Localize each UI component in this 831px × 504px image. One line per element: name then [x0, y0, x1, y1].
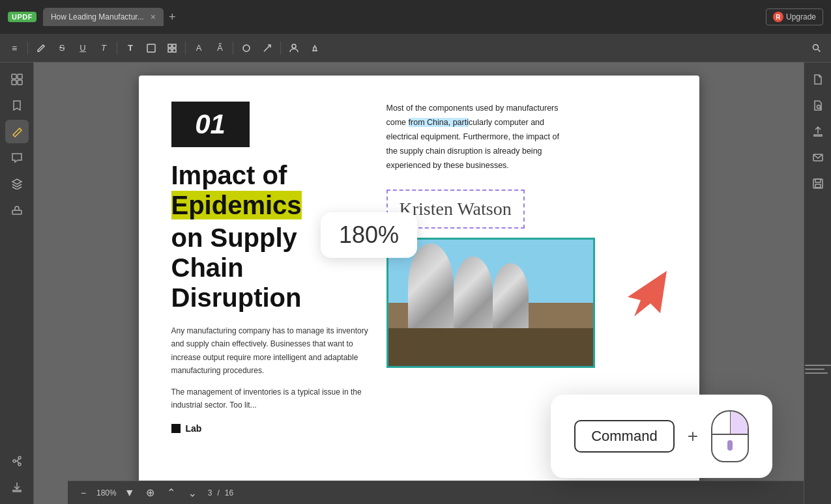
sidebar-thumbnails[interactable]	[5, 68, 29, 91]
rs-mail-icon[interactable]	[806, 146, 830, 169]
svg-point-6	[292, 44, 296, 48]
pdf-title: Impact of Epidemics	[171, 160, 373, 220]
box-icon[interactable]	[142, 39, 160, 57]
left-sidebar	[0, 63, 34, 504]
sidebar-save[interactable]	[5, 475, 29, 499]
search-icon-toolbar[interactable]	[808, 39, 826, 57]
toolbar: ≡ S U T T A A͂	[0, 34, 831, 63]
silos-image	[386, 238, 595, 368]
svg-rect-9	[18, 74, 22, 79]
right-sidebar	[804, 63, 831, 504]
toolbar-separator-4	[233, 42, 233, 55]
pencil-icon[interactable]	[32, 39, 50, 57]
wave-underline-icon[interactable]: A͂	[211, 39, 229, 57]
deco-line-1	[805, 365, 831, 366]
silo-1	[408, 244, 454, 328]
svg-rect-18	[813, 179, 823, 188]
highlight-icon[interactable]: A	[190, 39, 208, 57]
svg-rect-11	[18, 80, 22, 85]
sidebar-highlights[interactable]	[5, 120, 29, 143]
label-square	[171, 424, 181, 433]
body-paragraph-1: Any manufacturing company has to manage …	[171, 324, 373, 378]
page-current: 3	[208, 488, 212, 497]
signature-text: Kristen Watson	[400, 199, 512, 219]
tab-add-button[interactable]: +	[169, 10, 176, 24]
silos-background	[388, 240, 593, 366]
comment-icon[interactable]: ≡	[5, 39, 23, 57]
tab-close-button[interactable]: ×	[151, 12, 156, 22]
rs-save-icon[interactable]	[806, 172, 830, 195]
svg-rect-10	[12, 80, 16, 85]
arrow-draw-icon[interactable]	[258, 39, 276, 57]
next-page-button[interactable]: ⌃	[184, 485, 200, 501]
title-disruption: Disruption	[171, 283, 373, 313]
zoom-level: 180%	[339, 221, 399, 248]
toolbar-separator-2	[117, 42, 117, 55]
svg-point-7	[813, 44, 819, 49]
title-bar: UPDF How Leading Manufactur... × + R Upg…	[0, 0, 831, 34]
label-text: Lab	[186, 423, 202, 434]
strikethrough-icon[interactable]: S	[53, 39, 71, 57]
svg-point-16	[817, 105, 820, 109]
svg-rect-3	[168, 49, 171, 52]
upgrade-button[interactable]: R Upgrade	[766, 8, 823, 25]
toolbar-separator	[27, 42, 28, 55]
section-number: 01	[171, 102, 250, 147]
svg-point-5	[243, 45, 250, 51]
command-key: Command	[574, 420, 674, 453]
svg-point-13	[13, 460, 16, 462]
text-icon[interactable]: T	[95, 39, 113, 57]
highlighted-text: from China, parti	[409, 118, 469, 127]
stamp-icon[interactable]	[306, 39, 324, 57]
bottom-bar: − 180% ▼ ⊕ ⌃ ⌃ 3 / 16	[68, 481, 804, 504]
app-logo: UPDF	[8, 12, 36, 22]
pdf-right-column: Most of the components used by manufactu…	[386, 102, 667, 368]
svg-rect-20	[815, 184, 821, 188]
arrow-annotation[interactable]	[615, 258, 680, 326]
mouse-left-button	[712, 412, 731, 434]
svg-rect-2	[173, 44, 176, 48]
zoom-in-button[interactable]: ▼	[122, 485, 138, 501]
sidebar-bookmarks[interactable]	[5, 94, 29, 117]
fit-page-button[interactable]: ⊕	[143, 485, 158, 501]
rs-share-icon[interactable]	[806, 120, 830, 143]
svg-rect-12	[12, 210, 22, 214]
title-impact: Impact of	[171, 161, 287, 189]
toolbar-separator-3	[185, 42, 186, 55]
circle-draw-icon[interactable]	[237, 39, 255, 57]
rs-file-icon[interactable]	[806, 68, 830, 91]
svg-rect-1	[168, 44, 171, 48]
grid-icon[interactable]	[163, 39, 181, 57]
plus-sign: +	[688, 426, 698, 447]
zoom-indicator: 180%	[321, 212, 417, 258]
sidebar-organize[interactable]	[5, 449, 29, 473]
right-body-text: Most of the components used by manufactu…	[386, 102, 667, 173]
svg-rect-4	[173, 49, 176, 52]
svg-rect-8	[12, 74, 16, 79]
underline-icon[interactable]: U	[74, 39, 92, 57]
prev-page-button[interactable]: ⌃	[164, 485, 179, 501]
silo-3	[493, 263, 529, 328]
active-tab[interactable]: How Leading Manufactur... ×	[43, 8, 164, 26]
zoom-out-button[interactable]: −	[76, 485, 91, 501]
page-separator: /	[217, 488, 219, 497]
mouse-right-button	[731, 412, 748, 434]
svg-rect-19	[815, 179, 821, 182]
tab-bar: How Leading Manufactur... × +	[43, 8, 823, 26]
user-icon[interactable]	[285, 39, 303, 57]
text-format-icon[interactable]: T	[121, 39, 139, 57]
sidebar-comments[interactable]	[5, 146, 29, 169]
body-paragraph-2: The management of inventories is a typic…	[171, 385, 373, 412]
rs-file-search-icon[interactable]	[806, 94, 830, 117]
label-row: Lab	[171, 423, 373, 434]
sidebar-stamps[interactable]	[5, 198, 29, 221]
title-epidemics: Epidemics	[171, 191, 302, 219]
sidebar-layers[interactable]	[5, 172, 29, 195]
zoom-value: 180%	[96, 488, 117, 497]
deco-line-2	[805, 369, 824, 370]
mouse-scroll-wheel	[727, 440, 733, 451]
svg-rect-0	[147, 44, 155, 52]
upgrade-badge: R	[773, 12, 783, 22]
ground	[388, 328, 593, 366]
mouse-icon	[711, 410, 749, 462]
